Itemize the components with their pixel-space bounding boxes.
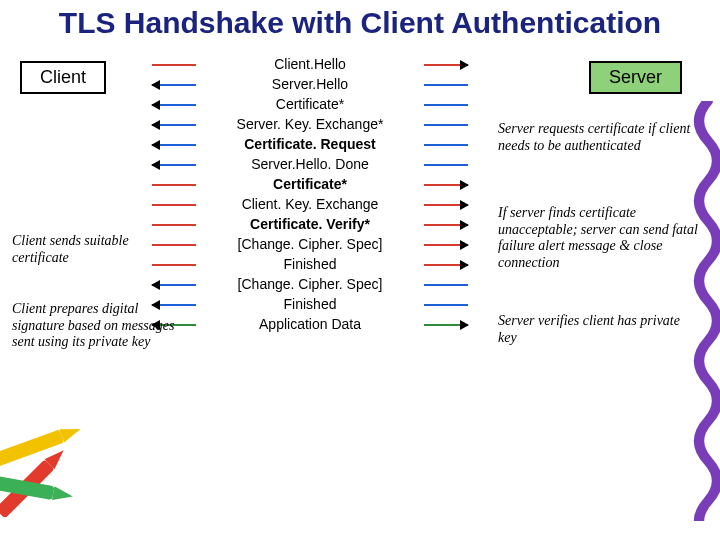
arrow-left-icon bbox=[152, 224, 196, 226]
arrow-right-icon bbox=[424, 224, 468, 226]
note-client-cert: Client sends suitable certificate bbox=[12, 233, 182, 266]
message-label: Application Data bbox=[257, 317, 363, 331]
handshake-message: Certificate* bbox=[200, 97, 420, 111]
note-server-reject: If server finds certificate unacceptable… bbox=[498, 205, 712, 271]
handshake-message: Client. Key. Exchange bbox=[200, 197, 420, 211]
note-client-signature: Client prepares digital signature based … bbox=[12, 301, 192, 351]
arrow-right-icon bbox=[424, 204, 468, 206]
arrow-left-icon bbox=[152, 184, 196, 186]
arrow-right-icon bbox=[424, 84, 468, 86]
message-label: Certificate* bbox=[274, 97, 346, 111]
message-label: Certificate* bbox=[271, 177, 349, 191]
arrow-left-icon bbox=[152, 144, 196, 146]
message-label: Server.Hello. Done bbox=[249, 157, 371, 171]
handshake-message: Certificate* bbox=[200, 177, 420, 191]
handshake-message: Server.Hello bbox=[200, 77, 420, 91]
handshake-message: Application Data bbox=[200, 317, 420, 331]
arrow-left-icon bbox=[152, 64, 196, 66]
handshake-message: Certificate. Verify* bbox=[200, 217, 420, 231]
arrow-right-icon bbox=[424, 124, 468, 126]
handshake-message: Finished bbox=[200, 257, 420, 271]
arrow-left-icon bbox=[152, 84, 196, 86]
note-server-verify: Server verifies client has private key bbox=[498, 313, 698, 346]
arrow-left-icon bbox=[152, 284, 196, 286]
page-title: TLS Handshake with Client Authentication bbox=[0, 0, 720, 49]
handshake-message: Server. Key. Exchange* bbox=[200, 117, 420, 131]
message-column: Client.HelloServer.HelloCertificate*Serv… bbox=[200, 51, 420, 337]
message-label: [Change. Cipher. Spec] bbox=[236, 277, 385, 291]
diagram-stage: Client Server Client.HelloServer.HelloCe… bbox=[0, 49, 720, 509]
arrow-right-icon bbox=[424, 324, 468, 326]
message-label: Client. Key. Exchange bbox=[240, 197, 381, 211]
arrow-left-icon bbox=[152, 204, 196, 206]
arrow-right-icon bbox=[424, 304, 468, 306]
handshake-message: Certificate. Request bbox=[200, 137, 420, 151]
arrow-right-icon bbox=[424, 64, 468, 66]
message-label: Client.Hello bbox=[272, 57, 348, 71]
svg-marker-5 bbox=[52, 486, 74, 503]
message-label: Server. Key. Exchange* bbox=[235, 117, 386, 131]
note-server-request: Server requests certificate if client ne… bbox=[498, 121, 706, 154]
handshake-message: Server.Hello. Done bbox=[200, 157, 420, 171]
squiggle-decoration-icon bbox=[688, 101, 720, 521]
message-label: Finished bbox=[282, 257, 339, 271]
arrow-right-icon bbox=[424, 244, 468, 246]
crayons-decoration-icon bbox=[0, 387, 106, 517]
arrow-left-icon bbox=[152, 124, 196, 126]
server-box: Server bbox=[589, 61, 682, 94]
handshake-message: [Change. Cipher. Spec] bbox=[200, 277, 420, 291]
client-box: Client bbox=[20, 61, 106, 94]
arrow-right-icon bbox=[424, 104, 468, 106]
handshake-message: Client.Hello bbox=[200, 57, 420, 71]
arrow-left-icon bbox=[152, 164, 196, 166]
message-label: Certificate. Verify* bbox=[248, 217, 372, 231]
handshake-message: [Change. Cipher. Spec] bbox=[200, 237, 420, 251]
arrow-right-icon bbox=[424, 144, 468, 146]
message-label: Certificate. Request bbox=[242, 137, 377, 151]
message-label: [Change. Cipher. Spec] bbox=[236, 237, 385, 251]
arrow-right-icon bbox=[424, 284, 468, 286]
arrow-right-icon bbox=[424, 184, 468, 186]
arrow-left-icon bbox=[152, 104, 196, 106]
handshake-message: Finished bbox=[200, 297, 420, 311]
message-label: Finished bbox=[282, 297, 339, 311]
arrow-right-icon bbox=[424, 164, 468, 166]
message-label: Server.Hello bbox=[270, 77, 350, 91]
arrow-right-icon bbox=[424, 264, 468, 266]
